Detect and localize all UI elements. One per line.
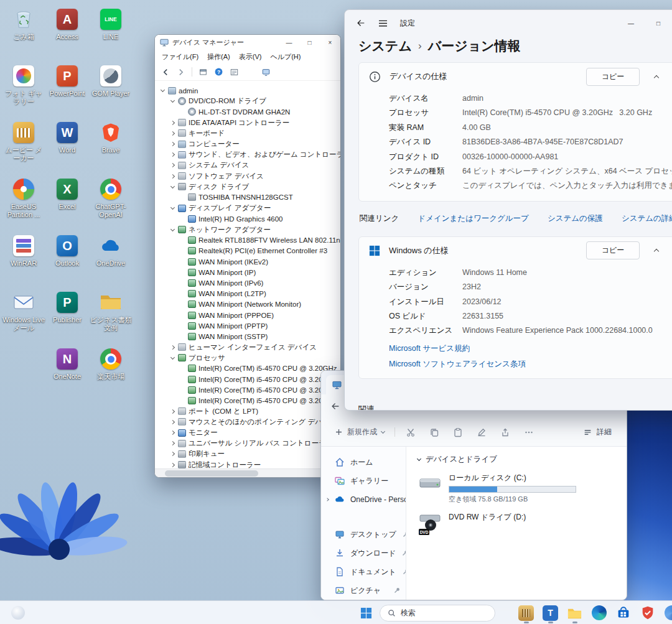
tree-expander-closed[interactable] xyxy=(169,442,176,445)
section-header-devices-drives[interactable]: デバイスとドライブ xyxy=(418,454,615,465)
details-button[interactable]: 詳細 xyxy=(577,423,618,441)
tree-item-27[interactable]: Intel(R) Core(TM) i5-4570 CPU @ 3.20GHz xyxy=(155,374,340,384)
rename-icon[interactable] xyxy=(471,422,492,442)
back-icon[interactable] xyxy=(159,65,172,79)
more-icon[interactable] xyxy=(518,422,539,442)
tree-expander-closed[interactable] xyxy=(169,121,176,124)
tree-expander-closed[interactable] xyxy=(169,463,176,467)
forward-icon[interactable] xyxy=(174,65,188,79)
horizontal-scrollbar[interactable] xyxy=(155,468,340,477)
start-button[interactable] xyxy=(356,601,376,624)
tree-expander-closed[interactable] xyxy=(169,421,176,424)
close-icon[interactable]: × xyxy=(320,35,340,50)
tree-item-35[interactable]: 記憶域コントローラー xyxy=(155,460,340,468)
desktop-icon-movie-maker[interactable]: ムービー メーカー xyxy=(2,121,45,162)
desktop-icon-brave[interactable]: Brave xyxy=(90,121,132,154)
drive-item-c[interactable]: ローカル ディスク (C:)空き領域 75.8 GB/119 GB xyxy=(418,473,615,504)
sidebar-item-document[interactable]: ドキュメント xyxy=(321,562,406,581)
tree-item-17[interactable]: WAN Miniport (IP) xyxy=(155,267,340,277)
sidebar-item-home[interactable]: ホーム xyxy=(321,453,406,472)
list-icon[interactable] xyxy=(227,65,241,79)
desktop-icon-onedrive[interactable]: OneDrive xyxy=(90,234,132,268)
taskbar-corner-icon[interactable] xyxy=(9,601,27,624)
tree-item-14[interactable]: Realtek RTL8188FTV Wireless LAN 802.11n xyxy=(155,235,340,246)
windows-spec-link-1[interactable]: Microsoft ソフトウェアライセンス条項 xyxy=(389,359,665,370)
security-icon[interactable] xyxy=(639,601,656,624)
window-icon[interactable] xyxy=(196,65,210,79)
desktop-icon-publisher[interactable]: PPublisher xyxy=(46,291,88,324)
tree-item-8[interactable]: ソフトウェア デバイス xyxy=(155,171,340,182)
sidebar-item-pictures[interactable]: ピクチャ xyxy=(321,581,406,600)
tree-item-20[interactable]: WAN Miniport (Network Monitor) xyxy=(155,299,340,310)
tree-item-15[interactable]: Realtek(R) PCI(e) Ethernet Controller #3 xyxy=(155,246,340,256)
desktop-icon-chatgpt[interactable]: ChatGPT-OpenAI xyxy=(90,177,132,218)
desktop-icon-word[interactable]: WWord xyxy=(46,121,88,154)
tree-expander-closed[interactable] xyxy=(169,431,176,434)
tree-item-24[interactable]: ヒューマン インターフェイス デバイス xyxy=(155,342,340,353)
desktop-icon-rakuten[interactable]: 楽天市場 xyxy=(90,347,132,381)
tree-item-13[interactable]: ネットワーク アダプター xyxy=(155,224,340,235)
tree-item-16[interactable]: WAN Miniport (IKEv2) xyxy=(155,256,340,267)
tree-item-25[interactable]: プロセッサ xyxy=(155,353,340,363)
tree-item-12[interactable]: Intel(R) HD Graphics 4600 xyxy=(155,213,340,224)
share-icon[interactable] xyxy=(495,422,515,442)
tree-expander-closed[interactable] xyxy=(169,175,176,178)
tree-item-19[interactable]: WAN Miniport (L2TP) xyxy=(155,289,340,299)
copy-button[interactable]: コピー xyxy=(586,68,640,86)
hamburger-menu-icon[interactable] xyxy=(378,19,388,27)
tree-item-2[interactable]: HL-DT-ST DVDRAM GHA2N xyxy=(155,106,340,117)
tree-item-26[interactable]: Intel(R) Core(TM) i5-4570 CPU @ 3.20GHz xyxy=(155,363,340,374)
tree-item-34[interactable]: 印刷キュー xyxy=(155,449,340,459)
tree-item-23[interactable]: WAN Miniport (SSTP) xyxy=(155,331,340,342)
file-explorer-icon[interactable] xyxy=(566,601,583,624)
tree-item-4[interactable]: キーボード xyxy=(155,128,340,139)
tree-item-31[interactable]: マウスとそのほかのポインティング デバイス xyxy=(155,417,340,427)
desktop-icon-access[interactable]: AAccess xyxy=(46,7,88,41)
related-link-1[interactable]: システムの保護 xyxy=(548,213,603,224)
desktop-icon-excel[interactable]: XExcel xyxy=(46,177,88,211)
tree-item-7[interactable]: システム デバイス xyxy=(155,160,340,170)
sidebar-item-desktop[interactable]: デスクトップ xyxy=(321,525,406,544)
tree-expander-closed[interactable] xyxy=(169,452,176,455)
tree-item-33[interactable]: ユニバーサル シリアル バス コントローラー xyxy=(155,438,340,449)
tree-item-22[interactable]: WAN Miniport (PPTP) xyxy=(155,320,340,331)
desktop-icon-line[interactable]: LINELINE xyxy=(90,7,132,41)
desktop-icon-business-docs[interactable]: ビジネス書類文例 xyxy=(90,291,132,332)
tree-expander-open[interactable] xyxy=(169,229,176,231)
tree-item-5[interactable]: コンピューター xyxy=(155,139,340,149)
tree-item-6[interactable]: サウンド、ビデオ、およびゲーム コントローラー xyxy=(155,149,340,160)
tree-expander-closed[interactable] xyxy=(169,142,176,146)
collapse-icon[interactable] xyxy=(648,248,665,253)
tree-item-11[interactable]: ディスプレイ アダプター xyxy=(155,203,340,213)
back-icon[interactable] xyxy=(356,18,366,28)
back-icon[interactable] xyxy=(330,401,340,411)
drive-item-d[interactable]: DVDDVD RW ドライブ (D:) xyxy=(418,512,615,536)
breadcrumb-system[interactable]: システム xyxy=(358,37,412,55)
tree-expander-open[interactable] xyxy=(169,357,176,359)
tree-item-0[interactable]: admin xyxy=(155,85,340,96)
edge-icon[interactable] xyxy=(590,601,607,624)
copy-icon[interactable] xyxy=(424,422,444,442)
tree-expander-open[interactable] xyxy=(169,207,176,209)
menu-item-2[interactable]: 表示(V) xyxy=(235,51,266,63)
tree-item-32[interactable]: モニター xyxy=(155,427,340,438)
tree-expander-closed[interactable] xyxy=(169,164,176,167)
collapse-icon[interactable] xyxy=(648,74,665,80)
desktop-icon-onenote[interactable]: NOneNote xyxy=(46,347,88,381)
menu-item-1[interactable]: 操作(A) xyxy=(203,51,235,63)
tree-expander-open[interactable] xyxy=(169,100,176,102)
help-icon[interactable]: ? xyxy=(212,65,225,79)
desktop-icon-live-mail[interactable]: Windows Live メール xyxy=(2,291,45,332)
maximize-icon[interactable]: □ xyxy=(299,35,320,50)
windows-spec-link-0[interactable]: Microsoft サービス規約 xyxy=(389,343,665,354)
chevron-right-icon[interactable] xyxy=(325,498,329,501)
tree-expander-open[interactable] xyxy=(169,186,176,188)
desktop-icon-gom-player[interactable]: GOM Player xyxy=(90,64,132,98)
desktop-icon-easeus[interactable]: EaseUS Partition ... xyxy=(2,177,45,218)
scan-hardware-icon[interactable] xyxy=(259,65,273,79)
tree-expander-closed[interactable] xyxy=(169,132,176,135)
tree-item-21[interactable]: WAN Miniport (PPPOE) xyxy=(155,310,340,320)
desktop-icon-winrar[interactable]: WinRAR xyxy=(2,234,45,268)
tree-item-30[interactable]: ポート (COM と LPT) xyxy=(155,406,340,417)
related-link-2[interactable]: システムの詳細設定 xyxy=(622,213,672,224)
